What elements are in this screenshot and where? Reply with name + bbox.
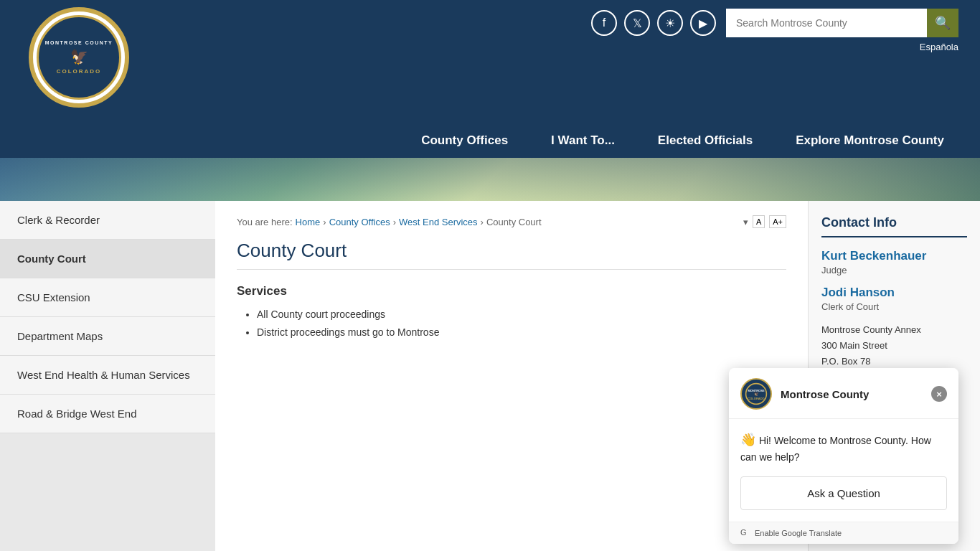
svg-text:🦅: 🦅 — [754, 391, 759, 397]
sidebar-item-department-maps[interactable]: Department Maps — [0, 317, 215, 356]
services-list: All County court proceedings District pr… — [237, 306, 786, 342]
font-large-button[interactable]: A+ — [769, 215, 786, 228]
chat-footer[interactable]: G Enable Google Translate — [729, 522, 958, 544]
chat-close-button[interactable]: × — [931, 386, 947, 402]
logo[interactable]: MONTROSE COUNTY 🦅 COLORADO — [29, 7, 129, 108]
sidebar-item-health-human-services[interactable]: West End Health & Human Services — [0, 356, 215, 395]
font-decrease-icon: ▾ — [743, 217, 748, 227]
list-item: All County court proceedings — [257, 306, 786, 324]
page-title: County Court — [237, 240, 786, 270]
font-small-button[interactable]: A — [753, 215, 765, 228]
contact-person-2-role: Clerk of Court — [821, 301, 967, 312]
nav-explore[interactable]: Explore Montrose County — [774, 123, 966, 158]
breadcrumb-current: County Court — [486, 217, 542, 227]
contact-person-2-name[interactable]: Jodi Hanson — [821, 286, 967, 300]
address-line-1: Montrose County Annex — [821, 322, 967, 338]
breadcrumb: You are here: Home › County Offices › We… — [237, 215, 786, 228]
address-line-3: P.O. Box 78 — [821, 354, 967, 369]
breadcrumb-west-end[interactable]: West End Services — [399, 217, 478, 227]
logo-text-top: MONTROSE COUNTY — [45, 40, 113, 46]
breadcrumb-sep2: › — [393, 217, 396, 227]
contact-person-1-role: Judge — [821, 265, 967, 276]
contact-person-1-name[interactable]: Kurt Beckenhauer — [821, 249, 967, 263]
espanol-link[interactable]: Española — [920, 42, 958, 52]
list-item: District proceedings must go to Montrose — [257, 324, 786, 342]
nav-elected-officials[interactable]: Elected Officials — [636, 123, 774, 158]
address-line-2: 300 Main Street — [821, 338, 967, 354]
chat-header: MONTROSE 🦅 COLORADO Montrose County × — [729, 368, 958, 419]
header-top: f 𝕏 ☀ ▶ 🔍 — [0, 0, 980, 43]
chat-logo: MONTROSE 🦅 COLORADO — [740, 378, 772, 410]
font-controls: ▾ A A+ — [743, 215, 786, 228]
chat-message-text: Hi! Welcome to Montrose County. How can … — [740, 435, 931, 463]
breadcrumb-label: You are here: — [237, 217, 293, 227]
sidebar-item-clerk-recorder[interactable]: Clerk & Recorder — [0, 201, 215, 240]
breadcrumb-sep3: › — [481, 217, 484, 227]
chat-body: 👋 Hi! Welcome to Montrose County. How ca… — [729, 419, 958, 522]
logo-eagle-icon: 🦅 — [70, 48, 88, 65]
sidebar: Clerk & Recorder County Court CSU Extens… — [0, 201, 215, 551]
ask-question-button[interactable]: Ask a Question — [740, 476, 947, 510]
search-bar: 🔍 — [726, 9, 958, 37]
nav-i-want-to[interactable]: I Want To... — [529, 123, 636, 158]
nav-county-offices[interactable]: County Offices — [400, 123, 529, 158]
sidebar-item-csu-extension[interactable]: CSU Extension — [0, 278, 215, 317]
chat-popup: MONTROSE 🦅 COLORADO Montrose County × 👋 … — [729, 368, 958, 544]
chat-org-name: Montrose County — [781, 388, 869, 400]
header: MONTROSE COUNTY 🦅 COLORADO f 𝕏 ☀ ▶ 🔍 Esp… — [0, 0, 980, 158]
breadcrumb-county-offices[interactable]: County Offices — [329, 217, 390, 227]
main-nav: County Offices I Want To... Elected Offi… — [0, 123, 980, 158]
breadcrumb-sep1: › — [323, 217, 326, 227]
sidebar-item-county-court[interactable]: County Court — [0, 240, 215, 278]
chat-wave-icon: 👋 — [740, 433, 756, 447]
contact-title: Contact Info — [821, 215, 967, 237]
facebook-icon[interactable]: f — [591, 10, 617, 36]
twitter-icon[interactable]: 𝕏 — [624, 10, 650, 36]
hero-image — [0, 158, 980, 201]
search-button[interactable]: 🔍 — [927, 9, 958, 37]
sidebar-item-road-bridge[interactable]: Road & Bridge West End — [0, 395, 215, 433]
logo-text-bottom: COLORADO — [57, 68, 102, 75]
youtube-icon[interactable]: ▶ — [690, 10, 716, 36]
svg-text:COLORADO: COLORADO — [748, 397, 764, 400]
google-translate-label: Enable Google Translate — [755, 529, 842, 537]
search-input[interactable] — [726, 9, 927, 37]
content-area: You are here: Home › County Offices › We… — [215, 201, 808, 551]
social-icons: f 𝕏 ☀ ▶ — [591, 10, 716, 36]
services-heading: Services — [237, 284, 786, 298]
google-icon: G — [740, 528, 750, 538]
chat-welcome-message: 👋 Hi! Welcome to Montrose County. How ca… — [740, 430, 947, 465]
instagram-icon[interactable]: ☀ — [657, 10, 683, 36]
breadcrumb-home[interactable]: Home — [296, 217, 321, 227]
